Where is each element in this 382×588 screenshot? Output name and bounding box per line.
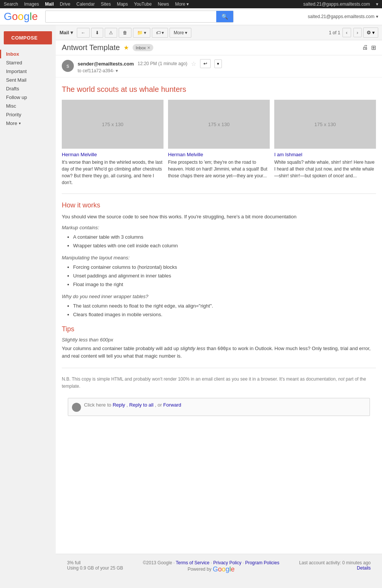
archive-button[interactable]: ⬇	[91, 28, 103, 38]
markup-list: A container table with 3 columns Wrapper…	[73, 233, 376, 250]
nav-youtube[interactable]: YouTube	[134, 2, 151, 7]
labels-arrow: ▾	[162, 30, 164, 35]
card-1-link[interactable]: Herman Melville	[62, 152, 163, 157]
user-info: salted.21@gapps.emailtests.com ▾	[308, 14, 378, 19]
tips-code: 600px	[218, 346, 231, 351]
nav-maps[interactable]: Maps	[117, 2, 128, 7]
nav-more[interactable]: More ▾	[175, 2, 189, 7]
layout-item-3: Float image to the right	[73, 280, 376, 289]
nav-drive[interactable]: Drive	[60, 2, 70, 7]
storage-percent: 3% full	[67, 560, 123, 565]
card-2-desc: Fine prospects to 'em; they're on the ro…	[168, 159, 270, 179]
nav-search[interactable]: Search	[4, 2, 18, 7]
forward-button[interactable]: Forward	[163, 402, 181, 408]
delete-button[interactable]: 🗑	[119, 28, 131, 38]
sidebar-item-starred[interactable]: Starred	[0, 58, 56, 67]
reply-separator2: , or	[155, 402, 163, 408]
content-wrapper: Mail ▾ ← ⬇ ⚠ 🗑 📁 ▾ 🏷 ▾ More ▾	[56, 25, 382, 579]
email-more-button[interactable]: ▾	[214, 59, 222, 68]
layout-item-1: Forcing container columns to (horizontal…	[73, 263, 376, 271]
mail-label-bar: Antwort Template ★ Inbox × 🖨 ⊞	[56, 40, 382, 55]
details-link[interactable]: Details	[357, 565, 371, 571]
pagination-text: 1 of 1	[329, 30, 340, 35]
user-arrow[interactable]: ▾	[376, 2, 378, 7]
email-to: to cef11a72-a394- ▾	[78, 68, 376, 73]
label-star-icon: ★	[124, 44, 129, 51]
card-3-link[interactable]: I am Ishmael	[274, 152, 376, 157]
report-spam-button[interactable]: ⚠	[105, 28, 117, 38]
search-icon: 🔍	[222, 14, 228, 20]
inbox-tag-close[interactable]: ×	[147, 45, 150, 50]
terms-link[interactable]: Terms of Service	[176, 560, 209, 565]
layout-item-2: Unset paddings and alignment in inner ta…	[73, 271, 376, 280]
email-time: 12:20 PM (1 minute ago)	[138, 61, 187, 66]
sidebar-item-drafts[interactable]: Drafts	[0, 84, 56, 93]
logo-e: e	[32, 11, 38, 22]
star-button[interactable]: ☆	[191, 60, 196, 67]
app-header: Google 🔍 salted.21@gapps.emailtests.com …	[0, 8, 382, 25]
nav-calendar[interactable]: Calendar	[76, 2, 95, 7]
divider-1	[62, 193, 376, 194]
reply-icon-button[interactable]: ↩	[200, 59, 211, 68]
folder-icon: 📁	[137, 30, 143, 35]
search-input[interactable]	[46, 11, 216, 22]
nav-images[interactable]: Images	[24, 2, 39, 7]
to-dropdown[interactable]: ▾	[116, 68, 118, 73]
footer-inner: 3% full Using 0.9 GB of your 25 GB ©2013…	[60, 560, 378, 573]
sidebar-item-important[interactable]: Important	[0, 67, 56, 76]
mail-label[interactable]: Mail ▾	[60, 30, 73, 35]
reply-button[interactable]: Reply	[113, 402, 125, 408]
reply-area[interactable]: Click here to Reply , Reply to all , or …	[68, 398, 370, 416]
google-logo[interactable]: Google	[4, 11, 38, 23]
nb-text: N.B. This copy is simple HTML and probab…	[62, 376, 376, 390]
nav-sites[interactable]: Sites	[101, 2, 111, 7]
back-button[interactable]: ←	[77, 28, 90, 38]
next-button[interactable]: ›	[353, 28, 362, 37]
gear-icon: ⚙	[367, 30, 371, 35]
move-arrow: ▾	[144, 30, 146, 35]
sidebar-item-followup[interactable]: Follow up	[0, 93, 56, 102]
logo-o1: o	[12, 11, 18, 22]
compose-button[interactable]: COMPOSE	[4, 31, 52, 44]
reply-avatar	[72, 403, 81, 412]
nav-news[interactable]: News	[158, 2, 169, 7]
image-grid: 175 x 130 Herman Melville It's worse tha…	[62, 100, 376, 186]
privacy-link[interactable]: Privacy Policy	[213, 560, 241, 565]
activity-text: Last account activity: 0 minutes ago	[299, 560, 371, 565]
move-to-button[interactable]: 📁 ▾	[133, 28, 150, 38]
card-2-link[interactable]: Herman Melville	[168, 152, 270, 157]
card-1-size: 175 x 130	[102, 122, 123, 127]
settings-button[interactable]: ⚙ ▾	[363, 27, 378, 38]
settings-arrow: ▾	[372, 30, 375, 35]
nav-mail[interactable]: Mail	[45, 2, 53, 7]
email-subject: Antwort Template	[62, 43, 120, 52]
logo-g2: g	[24, 11, 30, 22]
card-1-image: 175 x 130	[62, 100, 163, 149]
labels-button[interactable]: 🏷 ▾	[152, 28, 168, 38]
more-button[interactable]: More ▾	[170, 28, 191, 38]
layout-list: Forcing container columns to (horizontal…	[73, 263, 376, 289]
sidebar-item-priority[interactable]: Priority	[0, 110, 56, 119]
program-link[interactable]: Program Policies	[245, 560, 280, 565]
sidebar-item-more[interactable]: More ▾	[0, 119, 56, 128]
prev-button[interactable]: ‹	[342, 28, 351, 37]
expand-icon[interactable]: ⊞	[371, 44, 376, 51]
card-1: 175 x 130 Herman Melville It's worse tha…	[62, 100, 163, 186]
card-3-desc: White squalls? white whale, shirr! shirr…	[274, 159, 376, 179]
how-intro: You should view the source code to see h…	[62, 213, 376, 221]
tips-section: Tips Slightly less than 600px Your colum…	[62, 325, 376, 361]
tips-title: Tips	[62, 325, 376, 333]
user-dropdown-arrow[interactable]: ▾	[376, 14, 378, 19]
email-to-text: to cef11a72-a394-	[78, 68, 114, 73]
sidebar-item-misc[interactable]: Misc	[0, 102, 56, 110]
user-email-header: salted.21@gapps.emailtests.com	[308, 14, 374, 19]
reply-all-button[interactable]: Reply to all	[129, 402, 153, 408]
label-icon: 🏷	[156, 30, 160, 35]
mail-dropdown-arrow: ▾	[70, 30, 73, 35]
mail-action-icons: 🖨 ⊞	[362, 44, 376, 51]
print-icon[interactable]: 🖨	[362, 44, 368, 51]
sidebar-item-inbox[interactable]: Inbox	[0, 50, 56, 58]
search-button[interactable]: 🔍	[216, 11, 233, 22]
footer-google-logo: Google	[213, 565, 235, 573]
sidebar-item-sent[interactable]: Sent Mail	[0, 76, 56, 84]
